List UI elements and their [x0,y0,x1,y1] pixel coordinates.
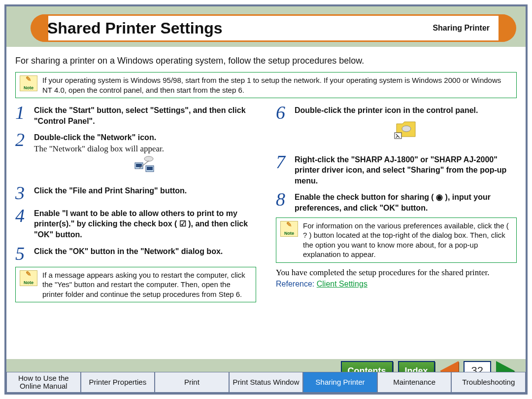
note-box-right: Note For information on the various pref… [276,218,517,263]
svg-rect-3 [147,167,153,170]
note-box-mid: Note If a message appears asking you to … [15,267,256,303]
note-box-top: Note If your operating system is Windows… [15,72,517,98]
step-number: 8 [276,190,288,213]
step-6: 6 Double-click the printer icon in the c… [276,103,517,148]
left-column: 1 Click the "Start" button, select "Sett… [15,103,256,307]
step-title: Right-click the "SHARP AJ-1800" or "SHAR… [295,154,517,186]
tab-maintenance[interactable]: Maintenance [377,372,452,393]
step-number: 3 [15,183,27,202]
steps-columns: 1 Click the "Start" button, select "Sett… [15,103,517,307]
step-number: 5 [15,244,27,263]
tab-troubleshooting[interactable]: Troubleshooting [451,372,526,393]
step-number: 1 [15,103,27,126]
nav-footer: Contents Index 32 How to Use the Online … [6,359,526,393]
note-icon: Note [280,221,298,237]
note-text-right: For information on the various preferenc… [303,221,512,259]
reference-link[interactable]: Client Settings [317,280,367,288]
svg-point-4 [144,156,153,161]
reference: Reference: Client Settings [276,280,517,289]
right-column: 6 Double-click the printer icon in the c… [276,103,517,307]
intro-text: For sharing a printer on a Windows opera… [15,56,517,66]
tab-how-to-use-the-online-manual[interactable]: How to Use the Online Manual [6,372,81,393]
step-8: 8 Enable the check button for sharing ( … [276,190,517,213]
title-cap-left [31,14,48,42]
printer-folder-icon [295,119,517,143]
title-bar: Shared Printer Settings Sharing Printer [31,14,516,42]
content-area: For sharing a printer on a Windows opera… [6,47,526,359]
tab-print-status-window[interactable]: Print Status Window [229,372,303,393]
step-desc: The "Network" dialog box will appear. [34,144,256,154]
tab-sharing-printer[interactable]: Sharing Printer [303,372,377,393]
outer-frame: Shared Printer Settings Sharing Printer … [0,0,532,399]
step-title: Double-click the "Network" icon. [34,132,256,143]
step-title: Enable the check button for sharing ( ◉ … [295,192,517,213]
step-4: 4 Enable "I want to be able to allow oth… [15,206,256,240]
step-number: 4 [15,206,27,240]
page-title: Shared Printer Settings [47,19,223,37]
step-3: 3 Click the "File and Print Sharing" but… [15,183,256,202]
completion-text: You have completed the setup procedures … [276,268,517,278]
page-frame: Shared Printer Settings Sharing Printer … [4,4,528,395]
step-number: 2 [15,130,27,180]
step-7: 7 Right-click the "SHARP AJ-1800" or "SH… [276,152,517,186]
note-icon: Note [20,75,37,91]
step-title: Click the "Start" button, select "Settin… [34,105,256,126]
step-title: Click the "File and Print Sharing" butto… [34,185,256,196]
header-area: Shared Printer Settings Sharing Printer [6,6,526,47]
step-title: Click the "OK" button in the "Network" d… [34,246,256,257]
step-title: Enable "I want to be able to allow other… [34,208,256,240]
note-text-top: If your operating system is Windows 95/9… [42,75,512,95]
bottom-tabs: How to Use the Online ManualPrinter Prop… [6,372,526,393]
step-title: Double-click the printer icon in the con… [295,105,517,116]
svg-point-6 [402,126,411,132]
note-icon: Note [20,270,37,286]
note-text-mid: If a message appears asking you to resta… [42,270,252,299]
tab-print[interactable]: Print [155,372,229,393]
step-number: 6 [276,103,288,148]
network-icon [34,156,256,176]
step-number: 7 [276,152,288,186]
step-2: 2 Double-click the "Network" icon. The "… [15,130,256,180]
tab-printer-properties[interactable]: Printer Properties [81,372,155,393]
reference-label: Reference: [276,280,314,288]
step-5: 5 Click the "OK" button in the "Network"… [15,244,256,263]
step-1: 1 Click the "Start" button, select "Sett… [15,103,256,126]
page-subtitle: Sharing Printer [432,24,504,33]
